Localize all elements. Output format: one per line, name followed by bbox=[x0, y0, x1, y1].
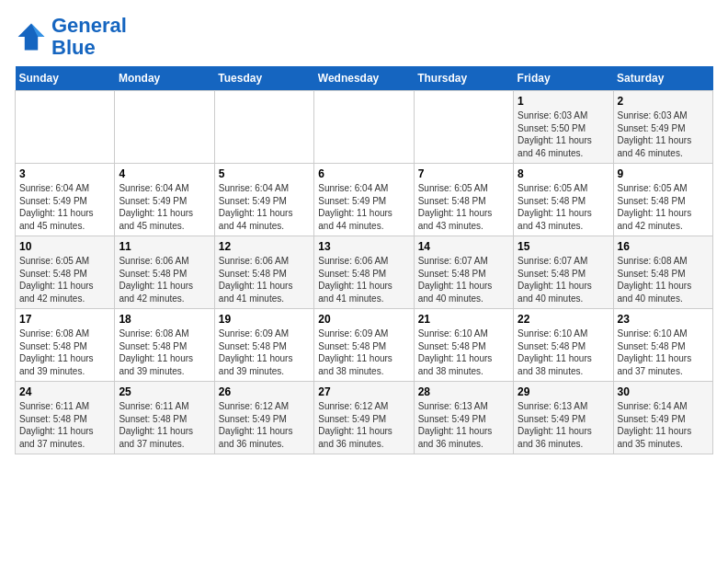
week-row-5: 24Sunrise: 6:11 AM Sunset: 5:48 PM Dayli… bbox=[16, 382, 713, 454]
day-number: 10 bbox=[19, 240, 110, 253]
day-info: Sunrise: 6:05 AM Sunset: 5:48 PM Dayligh… bbox=[518, 182, 609, 232]
day-info: Sunrise: 6:10 AM Sunset: 5:48 PM Dayligh… bbox=[618, 327, 709, 377]
day-number: 8 bbox=[518, 167, 609, 180]
page-header: General Blue bbox=[15, 15, 713, 59]
weekday-header-sunday: Sunday bbox=[16, 66, 115, 91]
day-number: 11 bbox=[119, 240, 210, 253]
day-cell: 24Sunrise: 6:11 AM Sunset: 5:48 PM Dayli… bbox=[16, 382, 115, 454]
day-cell bbox=[314, 91, 414, 164]
day-number: 28 bbox=[418, 385, 509, 398]
day-number: 15 bbox=[518, 240, 609, 253]
day-cell: 7Sunrise: 6:05 AM Sunset: 5:48 PM Daylig… bbox=[414, 164, 513, 236]
logo: General Blue bbox=[15, 15, 127, 59]
day-number: 26 bbox=[219, 385, 310, 398]
day-cell: 30Sunrise: 6:14 AM Sunset: 5:49 PM Dayli… bbox=[613, 382, 712, 454]
day-cell: 6Sunrise: 6:04 AM Sunset: 5:49 PM Daylig… bbox=[314, 164, 414, 236]
day-info: Sunrise: 6:06 AM Sunset: 5:48 PM Dayligh… bbox=[119, 255, 210, 304]
day-number: 27 bbox=[318, 385, 409, 398]
weekday-header-friday: Friday bbox=[514, 66, 613, 91]
day-info: Sunrise: 6:06 AM Sunset: 5:48 PM Dayligh… bbox=[318, 255, 409, 304]
day-number: 23 bbox=[618, 313, 709, 326]
day-cell: 10Sunrise: 6:05 AM Sunset: 5:48 PM Dayli… bbox=[16, 236, 115, 309]
day-number: 9 bbox=[618, 167, 709, 180]
day-info: Sunrise: 6:04 AM Sunset: 5:49 PM Dayligh… bbox=[119, 182, 210, 232]
day-number: 2 bbox=[618, 95, 709, 108]
weekday-header-monday: Monday bbox=[115, 66, 214, 91]
day-cell: 20Sunrise: 6:09 AM Sunset: 5:48 PM Dayli… bbox=[314, 309, 414, 382]
day-cell bbox=[115, 91, 214, 164]
day-info: Sunrise: 6:10 AM Sunset: 5:48 PM Dayligh… bbox=[418, 327, 509, 377]
week-row-2: 3Sunrise: 6:04 AM Sunset: 5:49 PM Daylig… bbox=[16, 164, 713, 236]
day-number: 18 bbox=[119, 313, 210, 326]
weekday-header-saturday: Saturday bbox=[613, 66, 712, 91]
day-number: 25 bbox=[119, 385, 210, 398]
day-cell: 5Sunrise: 6:04 AM Sunset: 5:49 PM Daylig… bbox=[214, 164, 313, 236]
day-info: Sunrise: 6:13 AM Sunset: 5:49 PM Dayligh… bbox=[418, 400, 509, 450]
day-cell: 1Sunrise: 6:03 AM Sunset: 5:50 PM Daylig… bbox=[514, 91, 613, 164]
day-info: Sunrise: 6:14 AM Sunset: 5:49 PM Dayligh… bbox=[618, 400, 709, 450]
day-cell: 25Sunrise: 6:11 AM Sunset: 5:48 PM Dayli… bbox=[115, 382, 214, 454]
day-info: Sunrise: 6:11 AM Sunset: 5:48 PM Dayligh… bbox=[119, 400, 210, 450]
day-info: Sunrise: 6:08 AM Sunset: 5:48 PM Dayligh… bbox=[19, 327, 110, 377]
day-cell: 23Sunrise: 6:10 AM Sunset: 5:48 PM Dayli… bbox=[613, 309, 712, 382]
day-info: Sunrise: 6:10 AM Sunset: 5:48 PM Dayligh… bbox=[518, 327, 609, 377]
day-cell bbox=[214, 91, 313, 164]
day-number: 17 bbox=[19, 313, 110, 326]
day-info: Sunrise: 6:04 AM Sunset: 5:49 PM Dayligh… bbox=[219, 182, 310, 232]
day-number: 6 bbox=[318, 167, 409, 180]
day-cell: 28Sunrise: 6:13 AM Sunset: 5:49 PM Dayli… bbox=[414, 382, 513, 454]
day-info: Sunrise: 6:04 AM Sunset: 5:49 PM Dayligh… bbox=[318, 182, 409, 232]
week-row-1: 1Sunrise: 6:03 AM Sunset: 5:50 PM Daylig… bbox=[16, 91, 713, 164]
day-info: Sunrise: 6:09 AM Sunset: 5:48 PM Dayligh… bbox=[219, 327, 310, 377]
day-number: 5 bbox=[219, 167, 310, 180]
calendar-table: SundayMondayTuesdayWednesdayThursdayFrid… bbox=[15, 66, 713, 454]
day-cell: 19Sunrise: 6:09 AM Sunset: 5:48 PM Dayli… bbox=[214, 309, 313, 382]
day-cell: 26Sunrise: 6:12 AM Sunset: 5:49 PM Dayli… bbox=[214, 382, 313, 454]
day-info: Sunrise: 6:12 AM Sunset: 5:49 PM Dayligh… bbox=[318, 400, 409, 450]
day-number: 3 bbox=[19, 167, 110, 180]
day-info: Sunrise: 6:05 AM Sunset: 5:48 PM Dayligh… bbox=[618, 182, 709, 232]
week-row-4: 17Sunrise: 6:08 AM Sunset: 5:48 PM Dayli… bbox=[16, 309, 713, 382]
day-number: 13 bbox=[318, 240, 409, 253]
day-cell: 16Sunrise: 6:08 AM Sunset: 5:48 PM Dayli… bbox=[613, 236, 712, 309]
day-number: 1 bbox=[518, 95, 609, 108]
day-number: 22 bbox=[518, 313, 609, 326]
day-info: Sunrise: 6:09 AM Sunset: 5:48 PM Dayligh… bbox=[318, 327, 409, 377]
day-number: 20 bbox=[318, 313, 409, 326]
day-cell: 15Sunrise: 6:07 AM Sunset: 5:48 PM Dayli… bbox=[514, 236, 613, 309]
day-number: 14 bbox=[418, 240, 509, 253]
day-info: Sunrise: 6:08 AM Sunset: 5:48 PM Dayligh… bbox=[618, 255, 709, 304]
weekday-header-tuesday: Tuesday bbox=[214, 66, 313, 91]
day-cell: 13Sunrise: 6:06 AM Sunset: 5:48 PM Dayli… bbox=[314, 236, 414, 309]
day-cell: 2Sunrise: 6:03 AM Sunset: 5:49 PM Daylig… bbox=[613, 91, 712, 164]
day-cell: 27Sunrise: 6:12 AM Sunset: 5:49 PM Dayli… bbox=[314, 382, 414, 454]
day-info: Sunrise: 6:07 AM Sunset: 5:48 PM Dayligh… bbox=[418, 255, 509, 304]
day-cell: 21Sunrise: 6:10 AM Sunset: 5:48 PM Dayli… bbox=[414, 309, 513, 382]
day-info: Sunrise: 6:13 AM Sunset: 5:49 PM Dayligh… bbox=[518, 400, 609, 450]
weekday-header-row: SundayMondayTuesdayWednesdayThursdayFrid… bbox=[16, 66, 713, 91]
day-cell: 12Sunrise: 6:06 AM Sunset: 5:48 PM Dayli… bbox=[214, 236, 313, 309]
week-row-3: 10Sunrise: 6:05 AM Sunset: 5:48 PM Dayli… bbox=[16, 236, 713, 309]
day-number: 30 bbox=[618, 385, 709, 398]
day-cell: 18Sunrise: 6:08 AM Sunset: 5:48 PM Dayli… bbox=[115, 309, 214, 382]
day-info: Sunrise: 6:05 AM Sunset: 5:48 PM Dayligh… bbox=[418, 182, 509, 232]
day-info: Sunrise: 6:07 AM Sunset: 5:48 PM Dayligh… bbox=[518, 255, 609, 304]
weekday-header-wednesday: Wednesday bbox=[314, 66, 414, 91]
day-info: Sunrise: 6:12 AM Sunset: 5:49 PM Dayligh… bbox=[219, 400, 310, 450]
day-number: 29 bbox=[518, 385, 609, 398]
day-cell: 11Sunrise: 6:06 AM Sunset: 5:48 PM Dayli… bbox=[115, 236, 214, 309]
day-info: Sunrise: 6:11 AM Sunset: 5:48 PM Dayligh… bbox=[19, 400, 110, 450]
day-number: 24 bbox=[19, 385, 110, 398]
day-info: Sunrise: 6:06 AM Sunset: 5:48 PM Dayligh… bbox=[219, 255, 310, 304]
day-cell: 14Sunrise: 6:07 AM Sunset: 5:48 PM Dayli… bbox=[414, 236, 513, 309]
calendar-body: 1Sunrise: 6:03 AM Sunset: 5:50 PM Daylig… bbox=[16, 91, 713, 454]
day-cell bbox=[414, 91, 513, 164]
day-info: Sunrise: 6:03 AM Sunset: 5:50 PM Dayligh… bbox=[518, 109, 609, 159]
day-number: 16 bbox=[618, 240, 709, 253]
day-number: 12 bbox=[219, 240, 310, 253]
day-cell: 29Sunrise: 6:13 AM Sunset: 5:49 PM Dayli… bbox=[514, 382, 613, 454]
day-cell: 9Sunrise: 6:05 AM Sunset: 5:48 PM Daylig… bbox=[613, 164, 712, 236]
day-cell: 4Sunrise: 6:04 AM Sunset: 5:49 PM Daylig… bbox=[115, 164, 214, 236]
weekday-header-thursday: Thursday bbox=[414, 66, 513, 91]
logo-text: General Blue bbox=[51, 15, 127, 59]
